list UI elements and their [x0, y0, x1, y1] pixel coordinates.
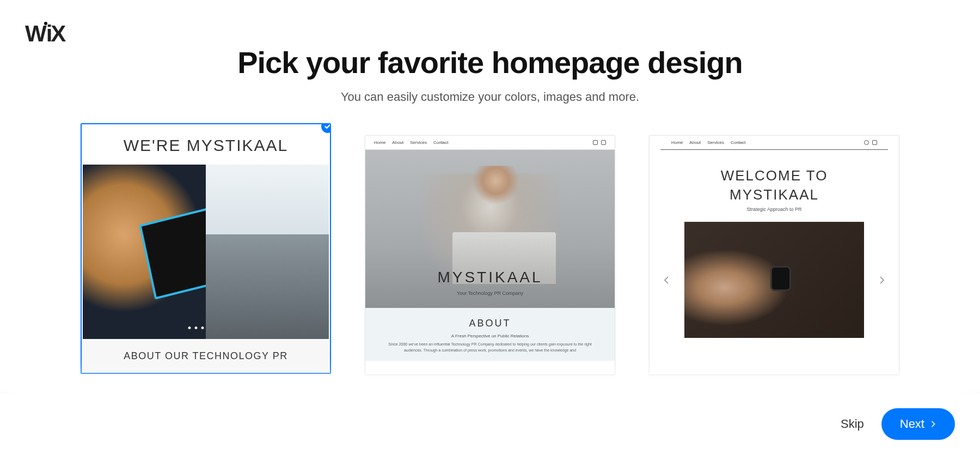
template2-about-tagline: A Fresh Perspective on Public Relations	[387, 334, 593, 338]
template2-brand-sub: Your Technology PR Company	[365, 290, 615, 296]
template3-nav: Home About Services Contact	[660, 136, 888, 150]
template2-nav-item: Contact	[433, 140, 449, 145]
template1-carousel-dots	[188, 326, 224, 329]
chevron-right-icon	[930, 420, 936, 428]
template1-hero-title: WE'RE MYSTIKAAL	[82, 124, 330, 165]
template3-nav-item: Services	[707, 140, 724, 145]
page-title: Pick your favorite homepage design	[0, 45, 980, 80]
carousel-prev-button[interactable]	[660, 271, 672, 289]
template2-nav-item: About	[392, 140, 403, 145]
template1-hero-image	[83, 165, 329, 339]
instagram-icon	[864, 140, 869, 145]
template-card-3[interactable]: Home About Services Contact WELCOME TO M…	[649, 135, 899, 375]
template-card-2[interactable]: Home About Services Contact MYSTIKAAL Yo…	[365, 135, 615, 375]
template3-hand-graphic	[684, 251, 799, 332]
template-card-row: WE'RE MYSTIKAAL ABOUT OUR TECHNOLOGY PR …	[0, 135, 980, 375]
page-heading: Pick your favorite homepage design You c…	[0, 45, 980, 104]
template3-subtitle: Strategic Approach to PR	[650, 207, 899, 212]
next-button-label: Next	[900, 417, 924, 431]
template2-nav-item: Home	[374, 140, 385, 145]
template1-tablet-graphic	[139, 198, 260, 299]
template2-nav: Home About Services Contact	[365, 136, 615, 150]
template1-footer-text: ABOUT OUR TECHNOLOGY PR	[82, 340, 330, 373]
template2-about-body: Since 2000 we've been an influential Tec…	[387, 342, 593, 353]
link-icon	[872, 140, 877, 145]
skip-button[interactable]: Skip	[841, 417, 864, 431]
page-subtitle: You can easily customize your colors, im…	[0, 90, 980, 104]
instagram-icon	[593, 140, 598, 145]
template3-watch-graphic	[770, 266, 791, 291]
next-button[interactable]: Next	[881, 408, 955, 440]
logo-dot-icon	[44, 22, 47, 25]
template2-person-graphic	[470, 166, 522, 226]
template2-brand: MYSTIKAAL	[365, 269, 615, 286]
template2-nav-item: Services	[410, 140, 427, 145]
template3-nav-item: Home	[671, 140, 683, 145]
template3-hero-wrap	[650, 222, 899, 338]
template2-about-section: ABOUT A Fresh Perspective on Public Rela…	[365, 308, 615, 361]
template3-nav-item: About	[689, 140, 701, 145]
template2-about-heading: ABOUT	[387, 318, 593, 329]
template2-hero-image: MYSTIKAAL Your Technology PR Company	[365, 150, 615, 308]
bottom-action-bar: Skip Next	[0, 394, 980, 454]
wix-logo[interactable]: WiX	[25, 21, 64, 47]
template3-hero-image	[684, 222, 864, 338]
carousel-next-button[interactable]	[876, 271, 888, 289]
template-card-1[interactable]: WE'RE MYSTIKAAL ABOUT OUR TECHNOLOGY PR	[81, 123, 331, 374]
template3-title: WELCOME TO MYSTIKAAL	[650, 150, 899, 207]
link-icon	[601, 140, 606, 145]
template3-nav-item: Contact	[731, 140, 746, 145]
